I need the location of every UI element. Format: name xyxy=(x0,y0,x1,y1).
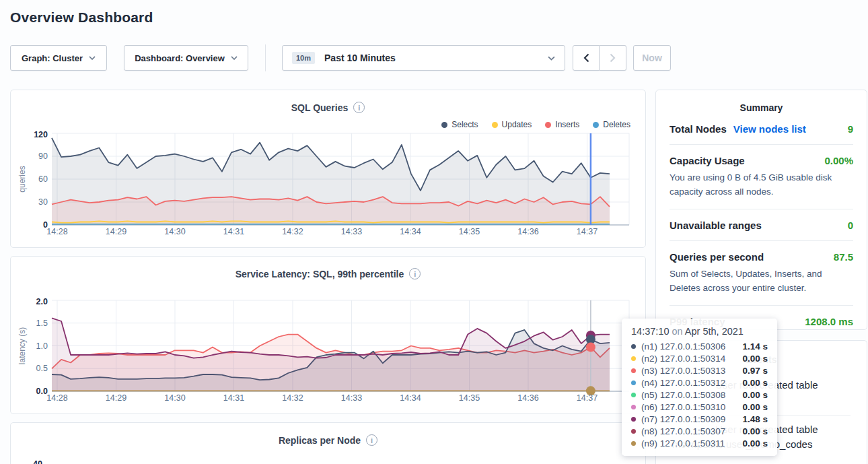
info-icon[interactable]: i xyxy=(409,268,421,279)
svg-text:14:35: 14:35 xyxy=(459,393,480,403)
page-title: Overview Dashboard xyxy=(10,9,153,26)
total-nodes-label: Total Nodes xyxy=(670,123,727,135)
chart-hover-tooltip: 14:37:10 on Apr 5th, 2021 (n1) 127.0.0.1… xyxy=(622,319,777,456)
info-icon[interactable]: i xyxy=(353,102,365,113)
total-nodes-row: Total Nodes View nodes list 9 xyxy=(670,113,853,145)
tooltip-node-row: (n7) 127.0.0.1:503091.48 s xyxy=(631,413,768,425)
node-color-dot-icon xyxy=(631,429,636,434)
summary-panel: Summary Total Nodes View nodes list 9 Ca… xyxy=(655,90,867,330)
svg-text:1.5: 1.5 xyxy=(36,319,48,328)
svg-text:14:28: 14:28 xyxy=(46,227,67,236)
dashboard-selector-dropdown[interactable]: Dashboard: Overview xyxy=(124,45,248,71)
svg-text:14:36: 14:36 xyxy=(517,227,538,236)
svg-text:30: 30 xyxy=(38,197,48,207)
svg-text:0.5: 0.5 xyxy=(36,364,48,373)
inserts-dot-icon xyxy=(545,122,551,128)
tooltip-node-row: (n3) 127.0.0.1:503130.97 s xyxy=(631,364,768,376)
total-nodes-value: 9 xyxy=(848,123,853,135)
svg-text:14:36: 14:36 xyxy=(517,393,538,403)
p99-latency-value: 1208.0 ms xyxy=(805,316,853,327)
capacity-usage-desc: You are using 0 B of 4.5 GiB usable disk… xyxy=(670,171,853,199)
replicas-per-node-title: Replicas per Node xyxy=(279,435,361,446)
overview-dashboard-page: Overview Dashboard Graph: Cluster Dashbo… xyxy=(0,0,868,464)
queries-per-second-value: 87.5 xyxy=(834,251,853,263)
unavailable-ranges-label: Unavailable ranges xyxy=(670,220,762,231)
svg-text:14:32: 14:32 xyxy=(282,393,303,403)
svg-text:queries: queries xyxy=(17,166,27,192)
replicas-per-node-card: Replicas per Node i 40 xyxy=(10,422,646,464)
node-color-dot-icon xyxy=(631,368,636,373)
svg-text:14:31: 14:31 xyxy=(223,393,244,403)
toolbar-divider xyxy=(265,44,266,71)
svg-text:14:34: 14:34 xyxy=(400,393,421,403)
time-step-forward-button[interactable] xyxy=(600,45,626,71)
tooltip-node-row: (n6) 127.0.0.1:503100.00 s xyxy=(631,401,768,413)
node-color-dot-icon xyxy=(631,356,636,361)
tooltip-node-row: (n5) 127.0.0.1:503080.00 s xyxy=(631,389,768,401)
time-range-dropdown[interactable]: 10m Past 10 Minutes xyxy=(282,45,565,71)
tooltip-node-row: (n9) 127.0.0.1:503110.00 s xyxy=(631,437,768,449)
svg-text:120: 120 xyxy=(34,130,48,139)
sql-queries-title: SQL Queries xyxy=(291,102,349,113)
chevron-down-icon xyxy=(231,56,238,60)
chevron-left-icon xyxy=(583,53,589,63)
node-color-dot-icon xyxy=(631,344,636,349)
tooltip-node-row: (n1) 127.0.0.1:503061.14 s xyxy=(631,340,768,352)
svg-text:14:37: 14:37 xyxy=(577,227,598,236)
summary-title: Summary xyxy=(656,102,867,113)
node-color-dot-icon xyxy=(631,380,636,385)
service-latency-title: Service Latency: SQL, 99th percentile xyxy=(236,269,404,279)
svg-text:14:35: 14:35 xyxy=(459,227,480,236)
svg-text:14:29: 14:29 xyxy=(106,393,126,403)
unavailable-ranges-value: 0 xyxy=(848,220,853,231)
svg-text:14:30: 14:30 xyxy=(164,393,185,403)
chevron-down-icon xyxy=(89,56,96,60)
node-color-dot-icon xyxy=(631,441,636,446)
svg-text:14:29: 14:29 xyxy=(106,227,126,236)
service-latency-chart[interactable]: 0.00.51.01.52.014:2814:2914:3014:3114:32… xyxy=(10,295,646,408)
sql-queries-chart[interactable]: 030609012014:2814:2914:3014:3114:3214:33… xyxy=(10,128,646,242)
svg-text:14:30: 14:30 xyxy=(164,227,185,236)
svg-text:2.0: 2.0 xyxy=(36,297,48,306)
queries-per-second-desc: Sum of Selects, Updates, Inserts, and De… xyxy=(670,267,853,296)
tooltip-node-row: (n4) 127.0.0.1:503120.00 s xyxy=(631,376,768,389)
node-color-dot-icon xyxy=(631,405,636,409)
svg-text:14:37: 14:37 xyxy=(577,393,598,403)
time-step-back-button[interactable] xyxy=(573,45,600,71)
now-button[interactable]: Now xyxy=(633,45,671,71)
time-window-badge: 10m xyxy=(292,52,315,64)
chevron-down-icon xyxy=(548,56,555,61)
capacity-usage-label: Capacity Usage xyxy=(670,155,745,166)
capacity-usage-value: 0.00% xyxy=(824,155,853,166)
svg-text:14:33: 14:33 xyxy=(341,393,362,403)
svg-text:90: 90 xyxy=(38,152,48,161)
graph-selector-dropdown[interactable]: Graph: Cluster xyxy=(10,45,107,71)
selects-dot-icon xyxy=(441,122,447,128)
svg-text:latency (s): latency (s) xyxy=(17,327,27,364)
view-nodes-list-link[interactable]: View nodes list xyxy=(733,123,806,135)
svg-text:14:33: 14:33 xyxy=(341,227,362,236)
dashboard-selector-label: Dashboard: Overview xyxy=(135,53,225,63)
updates-dot-icon xyxy=(492,122,498,128)
svg-text:14:32: 14:32 xyxy=(282,227,303,236)
queries-per-second-label: Queries per second xyxy=(670,251,764,263)
node-color-dot-icon xyxy=(631,393,636,397)
svg-text:14:34: 14:34 xyxy=(400,227,421,236)
svg-text:1.0: 1.0 xyxy=(36,341,48,351)
svg-text:14:31: 14:31 xyxy=(223,227,244,236)
tooltip-node-row: (n2) 127.0.0.1:503140.00 s xyxy=(631,352,768,364)
node-color-dot-icon xyxy=(631,417,636,422)
deletes-dot-icon xyxy=(593,122,599,128)
tooltip-node-row: (n8) 127.0.0.1:503070.00 s xyxy=(631,425,768,437)
unavailable-ranges-row: Unavailable ranges 0 xyxy=(670,209,853,241)
tooltip-timestamp: 14:37:10 on Apr 5th, 2021 xyxy=(631,326,768,337)
graph-selector-label: Graph: Cluster xyxy=(22,53,83,63)
chevron-right-icon xyxy=(610,53,616,63)
svg-text:14:28: 14:28 xyxy=(46,393,67,403)
replicas-ytick-label: 40 xyxy=(33,459,42,464)
time-step-buttons xyxy=(573,45,626,71)
svg-text:60: 60 xyxy=(38,174,48,184)
time-window-label: Past 10 Minutes xyxy=(324,53,396,63)
info-icon[interactable]: i xyxy=(366,434,377,446)
capacity-usage-row: Capacity Usage 0.00% You are using 0 B o… xyxy=(670,145,853,209)
